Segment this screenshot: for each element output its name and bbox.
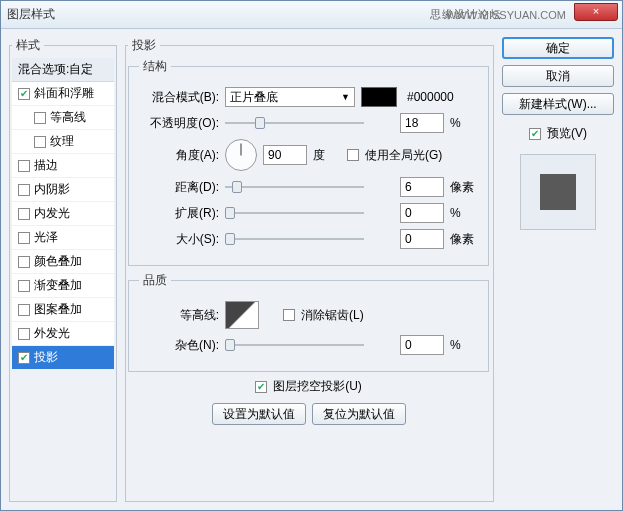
sidebar-item-label: 光泽 [34,229,58,246]
new-style-button[interactable]: 新建样式(W)... [502,93,614,115]
effect-checkbox[interactable] [18,208,30,220]
contour-picker[interactable] [225,301,259,329]
effect-checkbox[interactable] [34,112,46,124]
cancel-button[interactable]: 取消 [502,65,614,87]
effect-checkbox[interactable] [18,256,30,268]
opacity-unit: % [450,116,478,130]
distance-unit: 像素 [450,179,478,196]
sidebar-item[interactable]: 内阴影 [12,178,114,202]
sidebar-item-label: 斜面和浮雕 [34,85,94,102]
effect-checkbox[interactable] [34,136,46,148]
sidebar-item-label: 纹理 [50,133,74,150]
preview-thumbnail [520,154,596,230]
styles-legend: 样式 [12,37,44,54]
effect-checkbox[interactable] [18,280,30,292]
noise-input[interactable]: 0 [400,335,444,355]
effect-checkbox[interactable] [18,88,30,100]
preview-checkbox[interactable] [529,128,541,140]
color-hex: #000000 [407,90,454,104]
action-column: 确定 取消 新建样式(W)... 预览(V) [502,37,614,502]
sidebar-item[interactable]: 投影 [12,346,114,370]
sidebar-item-label: 描边 [34,157,58,174]
sidebar-item-label: 内阴影 [34,181,70,198]
angle-dial[interactable] [225,139,257,171]
spread-label: 扩展(R): [139,205,219,222]
size-slider[interactable] [225,232,394,246]
opacity-slider[interactable] [225,116,394,130]
effect-checkbox[interactable] [18,328,30,340]
sidebar-item[interactable]: 颜色叠加 [12,250,114,274]
effect-checkbox[interactable] [18,160,30,172]
noise-slider[interactable] [225,338,394,352]
knockout-label: 图层挖空投影(U) [273,378,362,395]
sidebar-item[interactable]: 纹理 [12,130,114,154]
size-unit: 像素 [450,231,478,248]
sidebar-item-label: 外发光 [34,325,70,342]
sidebar-item[interactable]: 斜面和浮雕 [12,82,114,106]
effect-checkbox[interactable] [18,352,30,364]
distance-input[interactable]: 6 [400,177,444,197]
spread-input[interactable]: 0 [400,203,444,223]
sidebar-item-label: 颜色叠加 [34,253,82,270]
distance-slider[interactable] [225,180,394,194]
spread-slider[interactable] [225,206,394,220]
effect-legend: 投影 [128,37,160,54]
sidebar-item[interactable]: 光泽 [12,226,114,250]
effect-checkbox[interactable] [18,232,30,244]
preview-label: 预览(V) [547,125,587,142]
sidebar-item[interactable]: 图案叠加 [12,298,114,322]
sidebar-item-label: 内发光 [34,205,70,222]
antialias-checkbox[interactable] [283,309,295,321]
structure-group: 结构 混合模式(B): 正片叠底 ▼ #000000 不透明度(O): 18 % [128,58,489,266]
noise-unit: % [450,338,478,352]
styles-sidebar: 样式 混合选项:自定 斜面和浮雕等高线纹理描边内阴影内发光光泽颜色叠加渐变叠加图… [9,37,117,502]
opacity-label: 不透明度(O): [139,115,219,132]
sidebar-item[interactable]: 外发光 [12,322,114,346]
structure-legend: 结构 [139,58,171,75]
sidebar-item-label: 渐变叠加 [34,277,82,294]
quality-group: 品质 等高线: 消除锯齿(L) 杂色(N): 0 % [128,272,489,372]
size-label: 大小(S): [139,231,219,248]
watermark-url: WWW.MISSYUAN.COM [446,9,566,21]
sidebar-item[interactable]: 描边 [12,154,114,178]
sidebar-item-label: 等高线 [50,109,86,126]
window-title: 图层样式 [7,6,55,23]
angle-label: 角度(A): [139,147,219,164]
close-button[interactable]: × [574,3,618,21]
contour-label: 等高线: [139,307,219,324]
color-swatch[interactable] [361,87,397,107]
noise-label: 杂色(N): [139,337,219,354]
effect-checkbox[interactable] [18,304,30,316]
reset-default-button[interactable]: 复位为默认值 [312,403,406,425]
opacity-input[interactable]: 18 [400,113,444,133]
sidebar-item-label: 投影 [34,349,58,366]
sidebar-item-label: 图案叠加 [34,301,82,318]
antialias-label: 消除锯齿(L) [301,307,364,324]
blend-mode-label: 混合模式(B): [139,89,219,106]
layer-style-dialog: 图层样式 思缘设计论坛 WWW.MISSYUAN.COM × 样式 混合选项:自… [0,0,623,511]
chevron-down-icon: ▼ [341,92,350,102]
distance-label: 距离(D): [139,179,219,196]
ok-button[interactable]: 确定 [502,37,614,59]
sidebar-item[interactable]: 等高线 [12,106,114,130]
effect-panel: 投影 结构 混合模式(B): 正片叠底 ▼ #000000 不透明度(O): 1… [125,37,494,502]
global-light-label: 使用全局光(G) [365,147,442,164]
blend-mode-value: 正片叠底 [230,89,278,106]
titlebar[interactable]: 图层样式 思缘设计论坛 WWW.MISSYUAN.COM × [1,1,622,29]
quality-legend: 品质 [139,272,171,289]
angle-input[interactable]: 90 [263,145,307,165]
global-light-checkbox[interactable] [347,149,359,161]
spread-unit: % [450,206,478,220]
sidebar-item[interactable]: 渐变叠加 [12,274,114,298]
blending-options-header[interactable]: 混合选项:自定 [12,58,114,82]
size-input[interactable]: 0 [400,229,444,249]
knockout-checkbox[interactable] [255,381,267,393]
sidebar-item[interactable]: 内发光 [12,202,114,226]
blend-mode-select[interactable]: 正片叠底 ▼ [225,87,355,107]
effect-checkbox[interactable] [18,184,30,196]
make-default-button[interactable]: 设置为默认值 [212,403,306,425]
angle-unit: 度 [313,147,341,164]
